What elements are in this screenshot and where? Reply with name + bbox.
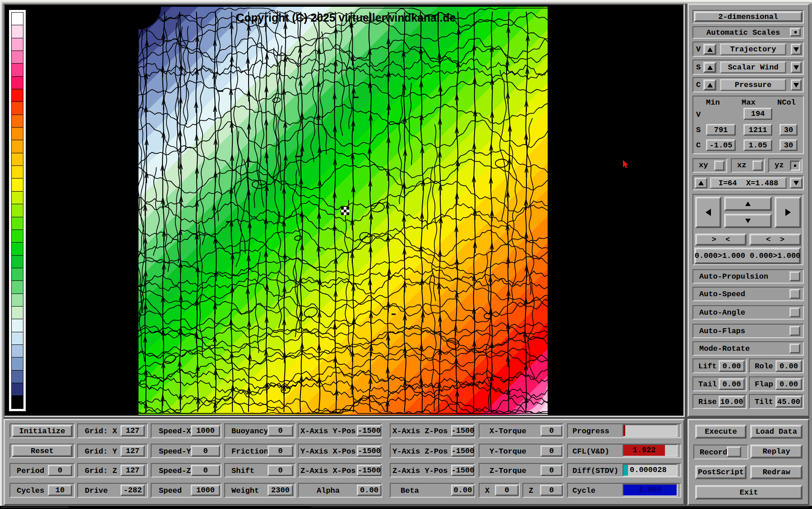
svg-text:Copyright (C) 2025 virtuellerw: Copyright (C) 2025 virtuellerwindkanal.d…: [236, 11, 456, 24]
